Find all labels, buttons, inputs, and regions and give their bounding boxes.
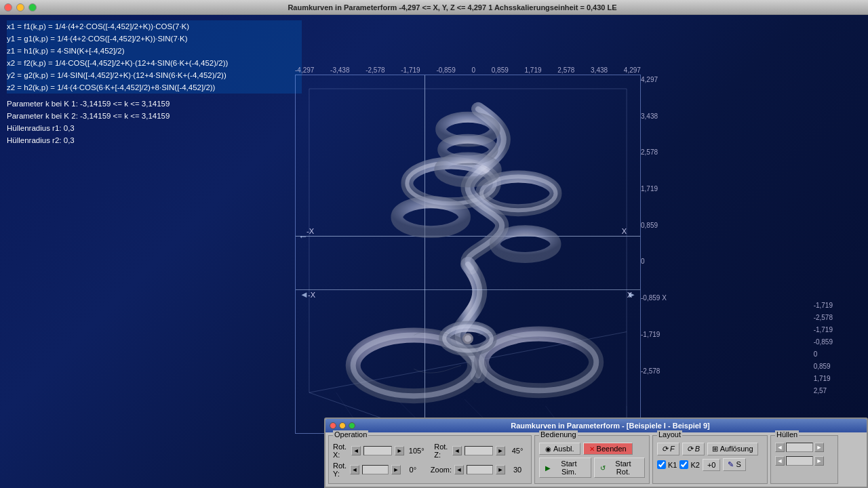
s-icon: ✎ xyxy=(728,460,734,468)
k2-label: K2 xyxy=(690,461,699,469)
start-rot-button[interactable]: ↺ Start Rot. xyxy=(594,458,645,478)
rot-z-value: 45° xyxy=(508,447,527,455)
layout-f-icon: ⟳ xyxy=(662,445,668,453)
start-sim-button[interactable]: ▶ Start Sim. xyxy=(539,458,591,478)
bedienung-rows: ◉ Ausbl. ✕ Beenden ▶ Start Sim. xyxy=(539,443,645,478)
s-label: S xyxy=(736,460,741,468)
beenden-label: Beenden xyxy=(597,445,627,453)
beenden-button[interactable]: ✕ Beenden xyxy=(583,443,633,455)
top-axis-numbers: -4,297 -3,438 -2,578 -1,719 -0,859 0 0,8… xyxy=(295,66,641,74)
equation-x1: x1 = f1(k,p) = 1/4·(4+2·COS([-4,452]/2+K… xyxy=(7,20,302,33)
rot-z-slider[interactable] xyxy=(465,446,493,455)
equation-z1: z1 = h1(k,p) = 4·SIN(K+[-4,452]/2) xyxy=(7,45,302,57)
zoom-label: Zoom: xyxy=(431,466,452,474)
param-k2: Parameter k bei K 2: -3,14159 <= k <= 3,… xyxy=(7,110,302,122)
hullen-2-inc-btn[interactable]: ► xyxy=(814,456,824,466)
svg-point-26 xyxy=(465,336,471,342)
layout-b-icon: ⟳ xyxy=(687,445,693,453)
zoom-slider[interactable] xyxy=(467,465,493,474)
zoom-inc-btn[interactable]: ► xyxy=(496,465,505,474)
svg-point-21 xyxy=(495,230,556,258)
layout-f-button[interactable]: ⟳ F xyxy=(657,443,679,455)
rot-x-slider[interactable] xyxy=(363,446,392,455)
layout-section: Layout ⟳ F ⟳ B ⊞ Auflösung xyxy=(652,435,768,484)
hullen-1-dec-btn[interactable]: ◄ xyxy=(775,443,785,452)
right-axis-numbers: 4,297 3,438 2,578 1,719 0,859 0 -0,859 X… xyxy=(641,75,667,434)
ausbl-button[interactable]: ◉ Ausbl. xyxy=(539,443,580,455)
rot-x-row: Rot. X: ◄ ► 105° Rot. Z: ◄ ► 45° xyxy=(333,443,527,459)
hullen-rows: ◄ ► ◄ ► xyxy=(775,443,833,466)
hullen-row-2: ◄ ► xyxy=(775,456,833,466)
rot-x-inc-btn[interactable]: ► xyxy=(395,446,404,455)
rot-x-value: 105° xyxy=(407,447,426,455)
rot-y-dec-btn[interactable]: ◄ xyxy=(350,465,359,474)
cp-close-btn[interactable] xyxy=(330,422,336,429)
rot-y-row: Rot. Y: ◄ ► 0° Zoom: ◄ ► 30 xyxy=(333,462,527,478)
k1-label: K1 xyxy=(668,461,677,469)
equation-z2: z2 = h2(k,p) = 1/4·(4·COS(6·K+[-4,452]/2… xyxy=(7,81,302,94)
left-arrow-icon: ◄ xyxy=(300,289,309,300)
maximize-btn[interactable] xyxy=(28,3,37,12)
title-bar: Raumkurven in Parameterform -4,297 <= X,… xyxy=(0,0,868,15)
cp-maximize-btn[interactable] xyxy=(349,422,355,429)
rot-x-label: Rot. X: xyxy=(333,443,349,459)
zoom-value: 30 xyxy=(508,466,527,474)
rot-y-inc-btn[interactable]: ► xyxy=(391,465,401,474)
param-r2: Hüllenradius r2: 0,3 xyxy=(7,134,302,146)
bedienung-section-title: Bedienung xyxy=(539,430,578,439)
hullen-row-1: ◄ ► xyxy=(775,443,833,452)
rot-y-label: Rot. Y: xyxy=(333,462,347,478)
aufloesung-button[interactable]: ⊞ Auflösung xyxy=(707,443,757,455)
equation-y1: y1 = g1(k,p) = 1/4·(4+2·COS([-4,452]/2+K… xyxy=(7,33,302,45)
rot-x-dec-btn[interactable]: ◄ xyxy=(351,446,361,455)
bed-row-2: ▶ Start Sim. ↺ Start Rot. xyxy=(539,458,645,478)
k2-checkbox-label[interactable]: K2 xyxy=(679,460,699,469)
hullen-2-slider[interactable] xyxy=(786,456,813,466)
hullen-1-inc-btn[interactable]: ► xyxy=(814,443,824,452)
layout-b-label: B xyxy=(695,445,700,453)
secondary-right-nums: -1,719 -2,578 -1,719 -0,859 0 0,859 1,71… xyxy=(814,300,833,397)
start-rot-label: Start Rot. xyxy=(608,460,639,476)
k1-checkbox-label[interactable]: K1 xyxy=(657,460,677,469)
svg-point-17 xyxy=(481,334,596,391)
close-btn[interactable] xyxy=(4,3,12,12)
control-panel: Raumkurven in Parameterform - [Beispiele… xyxy=(324,418,868,488)
rot-z-dec-btn[interactable]: ◄ xyxy=(452,446,462,455)
operation-section: Operation Rot. X: ◄ ► 105° Rot. Z: ◄ ► 4… xyxy=(328,435,532,484)
x-axis-line xyxy=(296,289,640,290)
start-sim-label: Start Sim. xyxy=(553,460,585,476)
right-arrow-icon: ► xyxy=(627,289,636,300)
left-panel: x1 = f1(k,p) = 1/4·(4+2·COS([-4,452]/2+K… xyxy=(0,15,309,488)
svg-point-20 xyxy=(397,202,465,232)
aufloesung-icon: ⊞ xyxy=(712,445,718,453)
bedienung-section: Bedienung ◉ Ausbl. ✕ Beenden xyxy=(534,435,650,484)
curve-canvas: ← -X X xyxy=(296,75,640,433)
bed-row-1: ◉ Ausbl. ✕ Beenden xyxy=(539,443,645,455)
layout-section-title: Layout xyxy=(657,430,682,439)
operation-rows: Rot. X: ◄ ► 105° Rot. Z: ◄ ► 45° Rot. Y:… xyxy=(333,443,527,478)
layout-b-button[interactable]: ⟳ B xyxy=(682,443,705,455)
param-k1: Parameter k bei K 1: -3,14159 <= k <= 3,… xyxy=(7,98,302,110)
layout-row-2: K1 K2 +0 ✎ S xyxy=(657,458,763,471)
minimize-btn[interactable] xyxy=(16,3,24,12)
layout-rows: ⟳ F ⟳ B ⊞ Auflösung xyxy=(657,443,763,471)
3d-viewport: ← -X X xyxy=(295,75,641,434)
param-r1: Hüllenradius r1: 0,3 xyxy=(7,122,302,134)
main-area: x1 = f1(k,p) = 1/4·(4+2·COS([-4,452]/2+K… xyxy=(0,15,868,488)
k2-checkbox[interactable] xyxy=(679,460,688,469)
cp-window-title: Raumkurven in Parameterform - [Beispiele… xyxy=(358,422,863,430)
equation-y2: y2 = g2(k,p) = 1/4·SIN([-4,452]/2+K)·(12… xyxy=(7,69,302,81)
axis-neg-x-label: -X xyxy=(308,291,315,299)
zoom-dec-btn[interactable]: ◄ xyxy=(454,465,464,474)
s-button[interactable]: ✎ S xyxy=(723,458,745,471)
plus0-button[interactable]: +0 xyxy=(703,459,721,471)
hullen-2-dec-btn[interactable]: ◄ xyxy=(775,456,785,466)
k1-checkbox[interactable] xyxy=(657,460,666,469)
hullen-1-slider[interactable] xyxy=(786,443,813,452)
rot-y-slider[interactable] xyxy=(362,465,389,474)
ausbl-icon: ◉ xyxy=(545,445,551,453)
hullen-section: Hüllen ◄ ► ◄ ► xyxy=(770,435,838,484)
cp-minimize-btn[interactable] xyxy=(339,422,346,429)
rot-z-inc-btn[interactable]: ► xyxy=(496,446,505,455)
layout-f-label: F xyxy=(670,445,675,453)
